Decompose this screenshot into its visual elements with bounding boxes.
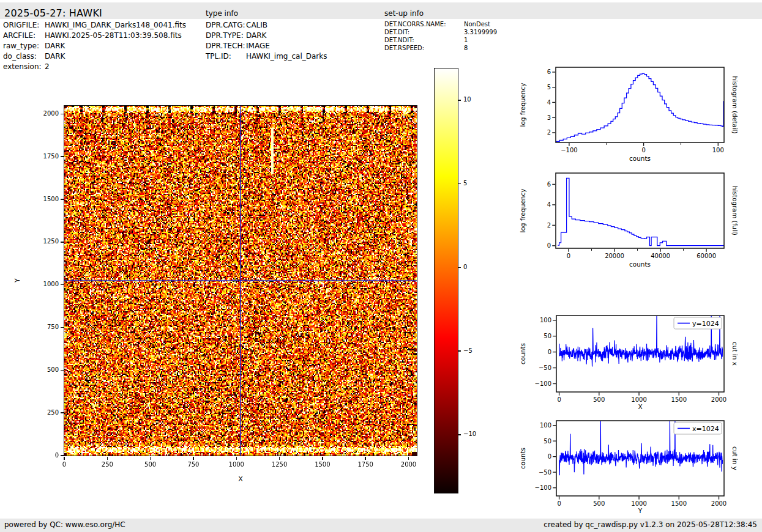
y-tick-label: 50 bbox=[543, 333, 551, 339]
colorbar-tick bbox=[458, 267, 461, 268]
y-tick bbox=[61, 199, 64, 200]
info-label: ARCFILE: bbox=[3, 31, 45, 41]
report-title: 2025-05-27: HAWKI bbox=[4, 7, 102, 19]
info-value: 2 bbox=[45, 62, 50, 71]
y-tick bbox=[61, 455, 64, 456]
y-tick-label: −100 bbox=[535, 484, 551, 491]
info-value: 3.3199999 bbox=[464, 29, 497, 35]
y-tick bbox=[61, 156, 64, 157]
y-tick bbox=[61, 370, 64, 371]
info-value: DARK bbox=[45, 42, 65, 50]
info-row: DET.DIT:3.3199999 bbox=[384, 28, 497, 36]
x-tick bbox=[279, 457, 280, 460]
y-tick bbox=[61, 327, 64, 328]
info-value: HAWKI_IMG_DARK_Darks148_0041.fits bbox=[45, 21, 186, 29]
info-row: do_class:DARK bbox=[3, 51, 65, 62]
x-tick-label: 1500 bbox=[309, 461, 336, 468]
x-tick-label: 0 bbox=[557, 500, 561, 507]
main-y-axis-label: Y bbox=[13, 275, 21, 287]
y-tick-label: 6 bbox=[547, 68, 551, 75]
x-tick-label: 1500 bbox=[671, 500, 687, 507]
x-axis-label: counts bbox=[629, 260, 651, 268]
x-tick-label: 2000 bbox=[711, 396, 727, 403]
side-label: histogram (full) bbox=[731, 186, 739, 235]
y-tick-label: −50 bbox=[539, 469, 551, 476]
x-tick-label: 1250 bbox=[266, 461, 293, 468]
side-panels: −100010023456countslog frequencyhistogra… bbox=[502, 52, 759, 523]
info-row: DET.NDIT:1 bbox=[384, 36, 468, 44]
setup-info-heading: set-up info bbox=[384, 9, 424, 18]
info-row: TPL.ID:HAWKI_img_cal_Darks bbox=[206, 51, 327, 62]
axes-box-hist_full bbox=[556, 173, 724, 248]
y-tick-label: 1250 bbox=[35, 238, 59, 245]
x-tick-label: 0 bbox=[567, 253, 570, 259]
y-tick-label: 0 bbox=[547, 242, 551, 249]
colorbar-tick-label: 0 bbox=[463, 264, 467, 270]
info-label: DET.DIT: bbox=[384, 28, 464, 36]
x-axis-label: X bbox=[638, 403, 642, 410]
y-tick-label: −100 bbox=[535, 380, 551, 387]
footer-right-text: created by qc_rawdisp.py v1.2.3 on 2025-… bbox=[543, 520, 757, 529]
footer-bar: powered by QC: www.eso.org/HC created by… bbox=[0, 519, 762, 532]
main-x-axis-label: X bbox=[234, 475, 247, 483]
y-tick-label: 4 bbox=[547, 201, 551, 208]
y-axis-label: counts bbox=[519, 343, 526, 364]
info-row: DPR.CATG:CALIB bbox=[206, 20, 267, 31]
info-label: do_class: bbox=[3, 51, 45, 62]
info-row: ORIGFILE:HAWKI_IMG_DARK_Darks148_0041.fi… bbox=[3, 20, 186, 31]
x-tick bbox=[236, 457, 237, 460]
info-value: DARK bbox=[45, 52, 65, 61]
x-tick-label: 1750 bbox=[352, 461, 379, 468]
y-tick-label: 250 bbox=[35, 409, 59, 416]
side-label: histogram (detail) bbox=[731, 76, 739, 133]
main-image-frame bbox=[64, 105, 417, 456]
legend-label: y=1024 bbox=[692, 320, 719, 328]
info-label: DET.NDIT: bbox=[384, 36, 464, 44]
info-label: extension: bbox=[3, 62, 45, 72]
side-label: cut in y bbox=[731, 446, 739, 470]
y-axis-label: counts bbox=[519, 448, 526, 469]
y-tick-label: 0 bbox=[35, 452, 59, 459]
info-label: DPR.TECH: bbox=[206, 41, 246, 51]
y-axis-label: log frequency bbox=[519, 83, 526, 127]
x-tick-label: 40000 bbox=[651, 253, 670, 259]
info-row: raw_type:DARK bbox=[3, 41, 65, 51]
info-row: DET.RSPEED:8 bbox=[384, 44, 468, 52]
x-tick-label: 0 bbox=[641, 147, 645, 153]
x-tick-label: 2000 bbox=[395, 461, 422, 468]
detector-image-canvas bbox=[64, 106, 417, 456]
y-tick-label: 750 bbox=[35, 323, 59, 330]
y-tick-label: 100 bbox=[540, 317, 551, 323]
footer-left-text: powered by QC: www.eso.org/HC bbox=[4, 520, 125, 529]
info-row: ARCFILE:HAWKI.2025-05-28T11:03:39.508.fi… bbox=[3, 31, 182, 41]
info-label: TPL.ID: bbox=[206, 51, 246, 62]
info-value: 1 bbox=[464, 37, 468, 43]
colorbar-tick-label: 10 bbox=[463, 96, 471, 103]
axes-box-hist_detail bbox=[556, 67, 724, 142]
header-bar: 2025-05-27: HAWKI type info set-up info bbox=[0, 2, 762, 19]
side-label: cut in x bbox=[731, 342, 739, 366]
x-tick bbox=[193, 457, 194, 460]
y-tick bbox=[61, 284, 64, 286]
y-tick-label: −50 bbox=[539, 364, 551, 371]
x-tick-label: 250 bbox=[94, 461, 121, 468]
y-tick-label: 0 bbox=[548, 453, 551, 460]
info-row: DPR.TECH:IMAGE bbox=[206, 41, 270, 51]
info-value: 8 bbox=[464, 45, 468, 51]
x-tick bbox=[322, 457, 323, 460]
colorbar-tick-label: −10 bbox=[463, 430, 476, 437]
info-value: HAWKI_img_cal_Darks bbox=[246, 52, 327, 61]
info-label: ORIGFILE: bbox=[3, 20, 45, 31]
y-tick-label: 1000 bbox=[35, 281, 59, 287]
type-info-heading: type info bbox=[206, 9, 238, 18]
y-tick-label: 1750 bbox=[35, 153, 59, 160]
info-label: DET.NCORRS.NAME: bbox=[384, 20, 464, 28]
info-label: DPR.TYPE: bbox=[206, 31, 246, 41]
y-tick-label: 4 bbox=[547, 99, 551, 106]
colorbar-tick bbox=[458, 434, 461, 435]
info-row: DPR.TYPE:DARK bbox=[206, 31, 266, 41]
y-tick-label: 0 bbox=[548, 349, 551, 355]
x-tick bbox=[107, 457, 108, 460]
y-tick-label: 100 bbox=[540, 422, 551, 429]
info-label: DET.RSPEED: bbox=[384, 44, 464, 52]
